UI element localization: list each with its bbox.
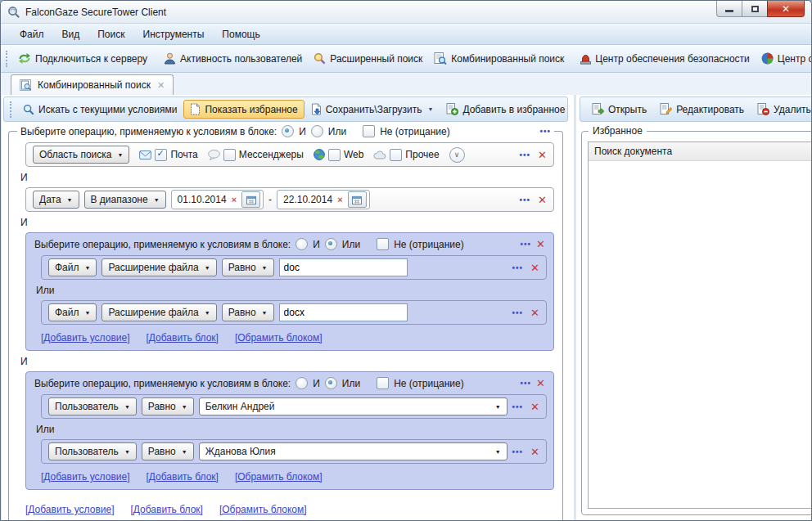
add-condition-link[interactable]: [Добавить условие] bbox=[41, 471, 129, 483]
menu-file[interactable]: Файл bbox=[11, 25, 53, 43]
and-radio[interactable] bbox=[282, 125, 294, 137]
tab-combined-search[interactable]: Комбинированный поиск ✕ bbox=[11, 74, 174, 95]
remove-row-button[interactable]: ✕ bbox=[530, 308, 539, 318]
user-operator-dropdown[interactable]: Равно ▼ bbox=[142, 442, 194, 460]
save-load-button[interactable]: Сохранить\Загрузить ▼ bbox=[304, 100, 440, 119]
wrap-block-link[interactable]: [Обрамить блоком] bbox=[235, 471, 323, 483]
menu-tools[interactable]: Инструменты bbox=[134, 25, 214, 43]
row-options-button[interactable]: ••• bbox=[520, 150, 531, 159]
file-operator-dropdown[interactable]: Равно ▼ bbox=[222, 303, 274, 321]
user-activity-button[interactable]: Активность пользователей bbox=[158, 49, 308, 68]
row-options-button[interactable]: ••• bbox=[512, 308, 524, 317]
or-radio[interactable] bbox=[311, 125, 323, 137]
menu-view[interactable]: Вид bbox=[53, 25, 89, 43]
channel-other: Прочее bbox=[373, 149, 439, 161]
favorites-list[interactable]: Поиск документа bbox=[588, 141, 812, 509]
add-block-link[interactable]: [Добавить блок] bbox=[146, 332, 218, 344]
user-selector-dropdown[interactable]: Пользователь ▼ bbox=[48, 397, 137, 415]
title-bar[interactable]: FalconGaze SecureTower Client ✕ bbox=[1, 1, 811, 24]
edit-favorite-button[interactable]: Редактировать bbox=[653, 100, 751, 119]
remove-block-button[interactable]: ✕ bbox=[536, 239, 545, 249]
toolbar-grip[interactable] bbox=[6, 51, 7, 67]
remove-block-button[interactable]: ✕ bbox=[536, 378, 545, 389]
wrap-block-link[interactable]: [Обрамить блоком] bbox=[235, 332, 323, 344]
add-condition-link[interactable]: [Добавить условие] bbox=[25, 504, 114, 515]
advanced-search-button[interactable]: Расширенный поиск bbox=[308, 49, 428, 68]
date-operator-dropdown[interactable]: В диапазоне ▼ bbox=[84, 191, 166, 209]
row-options-button[interactable]: ••• bbox=[512, 447, 524, 456]
file-operator-dropdown[interactable]: Равно ▼ bbox=[222, 258, 274, 276]
row-options-button[interactable]: ••• bbox=[512, 402, 524, 411]
file-selector-dropdown[interactable]: Файл ▼ bbox=[48, 303, 97, 321]
block-options-button[interactable]: ••• bbox=[521, 379, 532, 388]
root-condition-block: Выберите операцию, применяемую к условия… bbox=[8, 131, 563, 520]
user-value-combobox[interactable]: Белкин Андрей ▼ bbox=[199, 397, 508, 415]
open-favorite-button[interactable]: Открыть bbox=[585, 100, 653, 119]
delete-favorite-button[interactable]: Удалить bbox=[751, 100, 812, 119]
web-checkbox[interactable] bbox=[328, 149, 341, 161]
expand-scope-button[interactable]: ∨ bbox=[449, 147, 465, 163]
block-options-button[interactable]: ••• bbox=[521, 240, 532, 249]
add-block-link[interactable]: [Добавить блок] bbox=[146, 471, 218, 483]
file-value-input[interactable] bbox=[279, 303, 408, 321]
add-condition-link[interactable]: [Добавить условие] bbox=[41, 332, 129, 344]
not-checkbox[interactable] bbox=[363, 125, 375, 137]
mail-checkbox[interactable] bbox=[155, 149, 167, 161]
scope-selector-dropdown[interactable]: Область поиска ▼ bbox=[33, 146, 129, 164]
clear-date-icon[interactable]: × bbox=[337, 195, 342, 204]
user-operator-dropdown[interactable]: Равно ▼ bbox=[142, 397, 194, 415]
tab-close-icon[interactable]: ✕ bbox=[157, 80, 165, 91]
date-selector-dropdown[interactable]: Дата ▼ bbox=[33, 191, 79, 209]
wrap-block-link[interactable]: [Обрамить блоком] bbox=[219, 504, 307, 515]
or-radio[interactable] bbox=[325, 377, 337, 389]
menu-help[interactable]: Помощь bbox=[213, 25, 268, 43]
or-radio[interactable] bbox=[325, 238, 337, 250]
other-checkbox[interactable] bbox=[390, 149, 402, 161]
block-options-button[interactable]: ••• bbox=[539, 127, 551, 136]
show-favorites-button[interactable]: Показать избранное bbox=[183, 100, 304, 119]
or-radio-label: Или bbox=[342, 378, 360, 389]
not-checkbox[interactable] bbox=[377, 377, 389, 389]
chevron-down-icon[interactable]: ▼ bbox=[427, 106, 433, 112]
security-center-button[interactable]: Центр обеспечения безопасности bbox=[575, 49, 756, 68]
file-selector-dropdown[interactable]: Файл ▼ bbox=[48, 258, 97, 276]
remove-row-button[interactable]: ✕ bbox=[538, 150, 547, 160]
report-center-button[interactable]: Центр отчёт bbox=[756, 49, 811, 68]
connect-server-button[interactable]: Подключиться к серверу bbox=[12, 49, 153, 68]
file-field-dropdown[interactable]: Расширение файла ▼ bbox=[102, 258, 216, 276]
add-block-link[interactable]: [Добавить блок] bbox=[130, 504, 202, 515]
toolbar-grip[interactable] bbox=[10, 101, 11, 118]
and-radio[interactable] bbox=[295, 238, 308, 250]
report-center-label: Центр отчёт bbox=[778, 53, 811, 65]
user-selector-dropdown[interactable]: Пользователь ▼ bbox=[48, 442, 137, 460]
and-radio[interactable] bbox=[295, 377, 308, 389]
remove-row-button[interactable]: ✕ bbox=[530, 263, 539, 273]
date-from-field[interactable]: 01.10.2014 × bbox=[171, 190, 264, 209]
remove-row-button[interactable]: ✕ bbox=[530, 402, 539, 412]
calendar-icon bbox=[352, 195, 362, 204]
close-button[interactable]: ✕ bbox=[767, 1, 805, 17]
chevron-down-icon: ▼ bbox=[205, 265, 210, 271]
menu-search[interactable]: Поиск bbox=[88, 25, 133, 43]
row-options-button[interactable]: ••• bbox=[520, 195, 531, 204]
combined-search-button[interactable]: Комбинированный поиск bbox=[428, 49, 570, 68]
calendar-button[interactable] bbox=[348, 191, 367, 208]
user-value-combobox[interactable]: Жданова Юлия ▼ bbox=[199, 442, 508, 460]
remove-row-button[interactable]: ✕ bbox=[538, 195, 547, 205]
date-to-field[interactable]: 22.10.2014 × bbox=[277, 190, 370, 209]
add-favorite-button[interactable]: Добавить в избранное bbox=[440, 100, 571, 119]
minimize-button[interactable] bbox=[716, 1, 742, 17]
not-checkbox[interactable] bbox=[377, 238, 389, 250]
messengers-checkbox[interactable] bbox=[223, 149, 236, 161]
file-field-dropdown[interactable]: Расширение файла ▼ bbox=[102, 303, 216, 321]
search-current-button[interactable]: Искать с текущими условиями bbox=[16, 101, 183, 119]
row-options-button[interactable]: ••• bbox=[512, 263, 524, 272]
date-operator-value: В диапазоне bbox=[91, 194, 148, 205]
restore-button[interactable] bbox=[742, 1, 768, 17]
clear-date-icon[interactable]: × bbox=[232, 195, 237, 204]
favorites-list-item[interactable]: Поиск документа bbox=[589, 142, 812, 161]
calendar-button[interactable] bbox=[241, 191, 260, 208]
remove-row-button[interactable]: ✕ bbox=[530, 447, 539, 457]
file-value-input[interactable] bbox=[279, 258, 408, 276]
panel-splitter[interactable] bbox=[570, 95, 580, 520]
